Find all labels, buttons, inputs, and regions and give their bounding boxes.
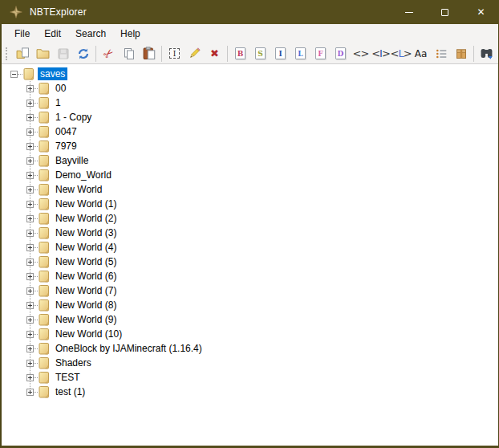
minimize-button[interactable] <box>391 0 427 24</box>
tree-item-label[interactable]: test (1) <box>53 385 87 398</box>
tree-item-label[interactable]: New World (2) <box>53 212 119 225</box>
tag-byte-array-button[interactable]: <> <box>351 44 371 63</box>
cut-button[interactable]: ✂ <box>99 44 119 63</box>
menu-file[interactable]: File <box>7 25 37 43</box>
tag-string-button[interactable]: Aa <box>411 44 431 63</box>
tree-item[interactable]: OneBlock by IJAMinecraft (1.16.4) <box>2 341 498 356</box>
tree-item-label[interactable]: New World <box>53 183 104 196</box>
expand-expander-icon[interactable] <box>26 302 34 309</box>
expand-expander-icon[interactable] <box>26 316 34 324</box>
tree-item-label[interactable]: Bayville <box>53 154 91 167</box>
delete-button[interactable]: ✖ <box>205 44 225 63</box>
tree-item[interactable]: New World <box>2 182 498 197</box>
tree-item[interactable]: New World (8) <box>2 298 498 312</box>
paste-button[interactable] <box>139 44 159 63</box>
tree-item-label[interactable]: OneBlock by IJAMinecraft (1.16.4) <box>53 342 205 355</box>
tree-item-label[interactable]: Shaders <box>53 356 94 369</box>
expand-expander-icon[interactable] <box>26 100 34 107</box>
tree-item-label[interactable]: 7979 <box>53 140 79 153</box>
expand-expander-icon[interactable] <box>26 128 34 136</box>
tag-long-button[interactable]: L <box>290 44 310 63</box>
maximize-button[interactable] <box>427 0 463 24</box>
tree-item[interactable]: New World (2) <box>2 211 498 226</box>
tree-item[interactable]: New World (10) <box>2 327 498 341</box>
tree-item-root[interactable]: saves <box>2 67 498 81</box>
open-file-button[interactable] <box>13 44 33 63</box>
tree-item-label[interactable]: Demo_World <box>53 169 114 181</box>
tree-item-label[interactable]: New World (7) <box>53 284 119 297</box>
tree-item[interactable]: 0047 <box>2 124 498 139</box>
tag-byte-button[interactable]: B <box>230 44 250 63</box>
expand-expander-icon[interactable] <box>26 143 34 150</box>
tag-short-button[interactable]: S <box>250 44 270 63</box>
tree-item[interactable]: New World (7) <box>2 283 498 298</box>
tag-list-button[interactable] <box>431 44 451 63</box>
expand-expander-icon[interactable] <box>26 114 34 121</box>
tree-item[interactable]: test (1) <box>2 385 498 399</box>
tag-compound-button[interactable] <box>451 44 471 63</box>
tree-item-label[interactable]: New World (4) <box>53 241 119 254</box>
tree-item[interactable]: 1 <box>2 96 498 110</box>
tree-item[interactable]: New World (1) <box>2 197 498 211</box>
expand-expander-icon[interactable] <box>26 259 34 266</box>
expand-expander-icon[interactable] <box>26 172 34 179</box>
expand-expander-icon[interactable] <box>26 389 34 396</box>
tree-item-label[interactable]: 0047 <box>53 125 79 138</box>
menu-search[interactable]: Search <box>68 25 113 43</box>
expand-expander-icon[interactable] <box>26 85 34 92</box>
tree-item-label[interactable]: New World (8) <box>53 299 119 312</box>
menu-edit[interactable]: Edit <box>37 25 68 43</box>
tree-item[interactable]: Bayville <box>2 153 498 168</box>
close-button[interactable]: ✕ <box>463 0 499 24</box>
tree-item-label[interactable]: New World (1) <box>53 198 119 210</box>
save-button[interactable] <box>53 44 73 63</box>
tree-item-label[interactable]: New World (9) <box>53 313 119 326</box>
rename-button[interactable]: I <box>164 44 185 63</box>
tag-int-array-button[interactable]: <I> <box>371 44 391 63</box>
tree-item[interactable]: New World (9) <box>2 312 498 327</box>
expand-expander-icon[interactable] <box>26 215 34 222</box>
tree-item[interactable]: TEST <box>2 370 498 385</box>
tree-item-label-selected[interactable]: saves <box>38 67 67 80</box>
expand-expander-icon[interactable] <box>26 230 34 237</box>
tag-double-button[interactable]: D <box>331 44 351 63</box>
expand-expander-icon[interactable] <box>26 360 34 367</box>
tree-item[interactable]: 7979 <box>2 139 498 153</box>
expand-expander-icon[interactable] <box>26 331 34 338</box>
tree-item-label[interactable]: New World (6) <box>53 270 119 283</box>
tag-int-button[interactable]: I <box>270 44 290 63</box>
tree-item[interactable]: New World (5) <box>2 255 498 269</box>
tree-item[interactable]: Demo_World <box>2 168 498 182</box>
menu-help[interactable]: Help <box>113 25 148 43</box>
edit-value-button[interactable] <box>185 44 205 63</box>
tag-long-array-button[interactable]: <L> <box>391 44 411 63</box>
tree-item-label[interactable]: New World (10) <box>53 328 124 340</box>
expand-expander-icon[interactable] <box>26 157 34 165</box>
expand-expander-icon[interactable] <box>26 244 34 251</box>
tree-item-label[interactable]: 1 - Copy <box>53 111 94 124</box>
tree-item-label[interactable]: 1 <box>53 96 63 109</box>
expand-expander-icon[interactable] <box>26 287 34 295</box>
tree-item-label[interactable]: TEST <box>53 371 83 384</box>
tree-item[interactable]: 00 <box>2 81 498 96</box>
refresh-button[interactable] <box>73 44 93 63</box>
tree-item[interactable]: New World (3) <box>2 226 498 240</box>
collapse-expander-icon[interactable] <box>10 71 18 78</box>
open-folder-button[interactable] <box>33 44 53 63</box>
tree-item-label[interactable]: New World (5) <box>53 255 119 268</box>
search-button[interactable] <box>477 44 497 63</box>
tree-item[interactable]: New World (6) <box>2 269 498 283</box>
expand-expander-icon[interactable] <box>26 345 34 352</box>
tag-float-button[interactable]: F <box>310 44 331 63</box>
expand-expander-icon[interactable] <box>26 374 34 381</box>
expand-expander-icon[interactable] <box>26 273 34 280</box>
tree-item-label[interactable]: 00 <box>53 82 68 95</box>
copy-button[interactable] <box>119 44 139 63</box>
expand-expander-icon[interactable] <box>26 201 34 208</box>
tree-item[interactable]: 1 - Copy <box>2 110 498 124</box>
tree-item-label[interactable]: New World (3) <box>53 226 119 239</box>
tree-item[interactable]: New World (4) <box>2 240 498 255</box>
tree-item[interactable]: Shaders <box>2 356 498 370</box>
expand-expander-icon[interactable] <box>26 186 34 193</box>
tag-float-icon: F <box>315 47 326 59</box>
